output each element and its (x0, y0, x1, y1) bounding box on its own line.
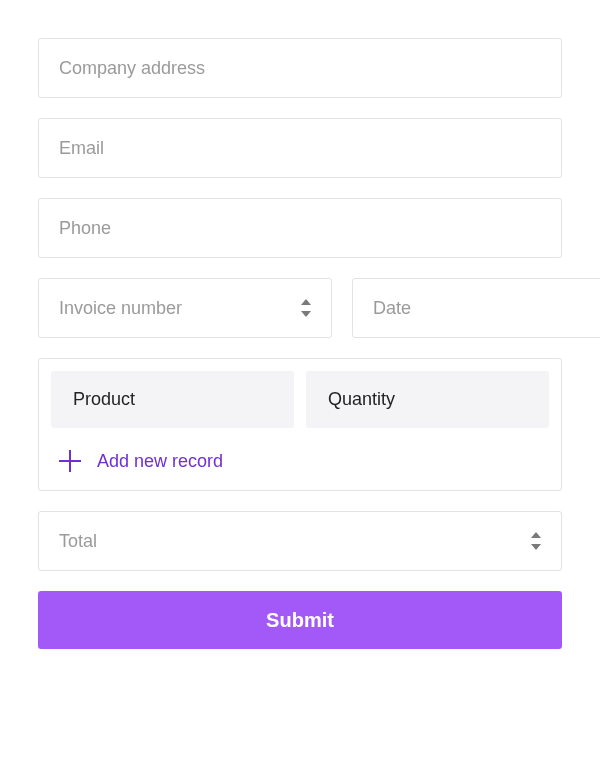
invoice-number-stepper[interactable] (291, 299, 311, 317)
stepper-up-icon[interactable] (531, 532, 541, 538)
total-field[interactable] (38, 511, 562, 571)
company-address-field[interactable] (38, 38, 562, 98)
stepper-down-icon[interactable] (531, 544, 541, 550)
table-header-product: Product (51, 371, 294, 428)
table-header-quantity: Quantity (306, 371, 549, 428)
total-input[interactable] (59, 512, 521, 570)
total-stepper[interactable] (521, 532, 541, 550)
phone-field[interactable] (38, 198, 562, 258)
date-input[interactable] (373, 279, 600, 337)
phone-input[interactable] (59, 199, 541, 257)
company-address-input[interactable] (59, 39, 541, 97)
stepper-up-icon[interactable] (301, 299, 311, 305)
submit-button[interactable]: Submit (38, 591, 562, 649)
table-header-row: Product Quantity (51, 371, 549, 428)
add-new-record-button[interactable]: Add new record (51, 450, 549, 472)
line-items-table: Product Quantity Add new record (38, 358, 562, 491)
add-new-record-label: Add new record (97, 451, 223, 472)
invoice-number-input[interactable] (59, 279, 291, 337)
invoice-number-field[interactable] (38, 278, 332, 338)
email-field[interactable] (38, 118, 562, 178)
plus-icon (59, 450, 81, 472)
email-input[interactable] (59, 119, 541, 177)
stepper-down-icon[interactable] (301, 311, 311, 317)
date-field[interactable] (352, 278, 600, 338)
